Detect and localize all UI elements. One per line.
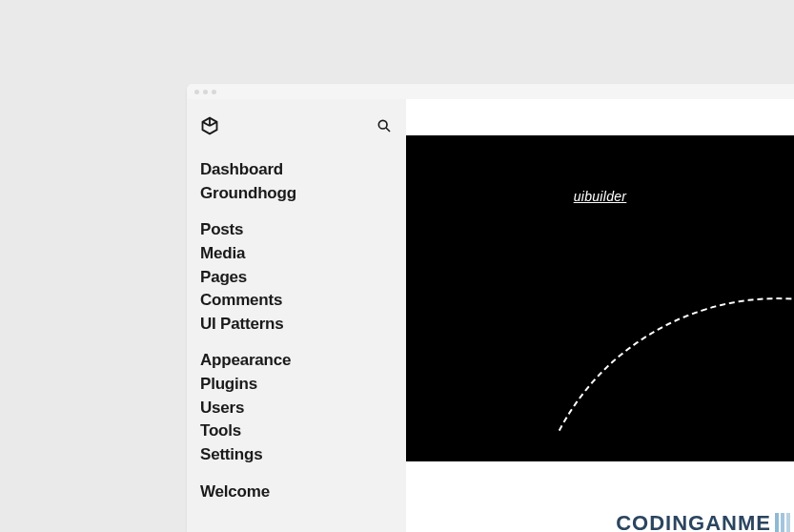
traffic-light-zoom[interactable]	[212, 90, 216, 94]
sidebar-item-tools[interactable]: Tools	[200, 419, 393, 443]
sidebar-item-welcome[interactable]: Welcome	[200, 481, 393, 504]
window-titlebar	[187, 84, 794, 99]
nav-group-3: Welcome	[200, 481, 393, 504]
nav-group-2: Appearance Plugins Users Tools Settings	[200, 349, 393, 466]
hero-panel: uibuilder	[406, 135, 794, 461]
decorative-arc	[465, 233, 794, 461]
sidebar-item-appearance[interactable]: Appearance	[200, 349, 393, 373]
brand-footer: CODINGANME	[616, 511, 790, 532]
sidebar-item-dashboard[interactable]: Dashboard	[200, 158, 393, 182]
svg-point-0	[378, 120, 387, 129]
sidebar-item-pages[interactable]: Pages	[200, 266, 393, 290]
sidebar-item-users[interactable]: Users	[200, 397, 393, 420]
sidebar-item-plugins[interactable]: Plugins	[200, 373, 393, 397]
brand-name: CODINGANME	[616, 511, 771, 532]
nav-group-0: Dashboard Groundhogg	[200, 158, 393, 205]
app-body: Dashboard Groundhogg Posts Media Pages C…	[187, 99, 794, 532]
sidebar-header	[200, 111, 393, 141]
brand-bars-icon	[775, 513, 790, 532]
app-logo-icon[interactable]	[200, 116, 219, 135]
svg-line-1	[386, 128, 390, 132]
sidebar-item-groundhogg[interactable]: Groundhogg	[200, 182, 393, 206]
sidebar-item-posts[interactable]: Posts	[200, 218, 393, 242]
nav-group-1: Posts Media Pages Comments UI Patterns	[200, 218, 393, 336]
app-window: Dashboard Groundhogg Posts Media Pages C…	[187, 84, 794, 532]
uibuilder-link[interactable]: uibuilder	[574, 189, 627, 204]
traffic-light-minimize[interactable]	[203, 90, 208, 94]
sidebar-item-ui-patterns[interactable]: UI Patterns	[200, 313, 393, 337]
sidebar: Dashboard Groundhogg Posts Media Pages C…	[187, 99, 406, 532]
content-area: uibuilder CODINGANME	[406, 99, 794, 532]
sidebar-item-comments[interactable]: Comments	[200, 289, 393, 313]
search-icon[interactable]	[376, 117, 393, 134]
traffic-light-close[interactable]	[194, 90, 199, 94]
sidebar-item-settings[interactable]: Settings	[200, 443, 393, 467]
sidebar-item-media[interactable]: Media	[200, 242, 393, 266]
